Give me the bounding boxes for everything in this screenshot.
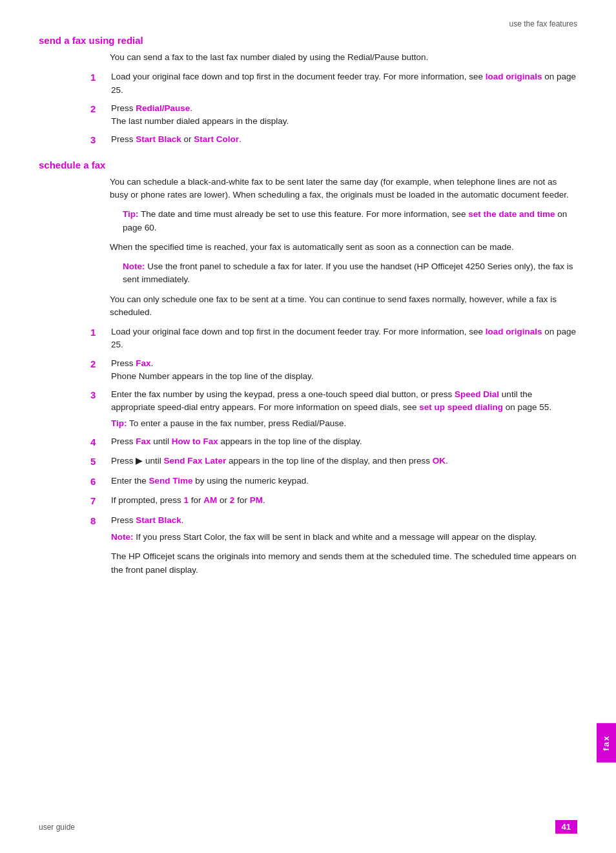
- section2-body2: You can only schedule one fax to be sent…: [110, 293, 577, 320]
- page-header: use the fax features: [39, 19, 577, 28]
- s2-step7-content: If prompted, press 1 for AM or 2 for PM.: [111, 494, 577, 509]
- step3-content: Press Start Black or Start Color.: [111, 133, 577, 148]
- section2-title: schedule a fax: [39, 159, 577, 170]
- section2-steps: 1 Load your original face down and top f…: [90, 325, 577, 577]
- section1-intro-text: You can send a fax to the last fax numbe…: [110, 52, 428, 62]
- s2-step5-content: Press ▶ until Send Fax Later appears in …: [111, 455, 577, 469]
- section2-note: Note: Use the front panel to schedule a …: [123, 260, 577, 287]
- section2-step6: 6 Enter the Send Time by using the numer…: [90, 475, 577, 489]
- section2-intro: You can schedule a black-and-white fax t…: [110, 176, 577, 202]
- s2-step8-content: Press Start Black. Note: If you press St…: [111, 514, 577, 577]
- step-number: 5: [90, 455, 111, 469]
- speed-dial-link[interactable]: Speed Dial: [455, 389, 499, 399]
- start-black-link[interactable]: Start Black: [136, 134, 181, 144]
- pm-link[interactable]: PM: [250, 495, 263, 505]
- note-label: Note:: [123, 262, 145, 271]
- step-number: 4: [90, 435, 111, 450]
- set-up-speed-dialing-link[interactable]: set up speed dialing: [419, 402, 503, 412]
- section2-step8: 8 Press Start Black. Note: If you press …: [90, 514, 577, 577]
- step-number: 2: [90, 102, 111, 128]
- send-time-link[interactable]: Send Time: [149, 476, 193, 486]
- load-originals-link2[interactable]: load originals: [486, 327, 542, 336]
- note-label2: Note:: [111, 532, 134, 542]
- section2-tip: Tip: The date and time must already be s…: [123, 208, 577, 234]
- s2-step2-content: Press Fax. Phone Number appears in the t…: [111, 357, 577, 384]
- step-number: 6: [90, 475, 111, 489]
- set-date-time-link[interactable]: set the date and time: [468, 209, 555, 219]
- step-number: 8: [90, 514, 111, 577]
- note-text: Use the front panel to schedule a fax fo…: [123, 262, 573, 284]
- fax-link[interactable]: Fax: [136, 358, 150, 368]
- fax-link2[interactable]: Fax: [136, 437, 150, 446]
- section-schedule-fax: schedule a fax You can schedule a black-…: [39, 159, 577, 577]
- header-text: use the fax features: [509, 19, 577, 28]
- step8-note: Note: If you press Start Color, the fax …: [111, 531, 577, 544]
- tip-text: The date and time must already be set to…: [141, 209, 468, 219]
- step1-content: Load your original face down and top fir…: [111, 70, 577, 97]
- send-fax-later-link[interactable]: Send Fax Later: [164, 456, 227, 466]
- page-number: 41: [555, 820, 577, 834]
- section2-step7: 7 If prompted, press 1 for AM or 2 for P…: [90, 494, 577, 509]
- section1-title: send a fax using redial: [39, 35, 577, 46]
- step2-content: Press Redial/Pause. The last number dial…: [111, 102, 577, 128]
- section1-step3: 3 Press Start Black or Start Color.: [90, 133, 577, 148]
- section2-step2: 2 Press Fax. Phone Number appears in the…: [90, 357, 577, 384]
- section2-step3: 3 Enter the fax number by using the keyp…: [90, 388, 577, 430]
- am-link[interactable]: AM: [203, 495, 217, 505]
- s2-step6-content: Enter the Send Time by using the numeric…: [111, 475, 577, 489]
- step-number: 7: [90, 494, 111, 509]
- section2-step5: 5 Press ▶ until Send Fax Later appears i…: [90, 455, 577, 469]
- s2-step4-content: Press Fax until How to Fax appears in th…: [111, 435, 577, 450]
- fax-tab: fax: [597, 723, 616, 763]
- section2-body1: When the specified time is reached, your…: [110, 241, 577, 254]
- num2-link[interactable]: 2: [230, 495, 235, 505]
- start-color-link[interactable]: Start Color: [194, 134, 239, 144]
- fax-tab-label: fax: [601, 735, 611, 751]
- section2-step1: 1 Load your original face down and top f…: [90, 325, 577, 352]
- section-send-fax-redial: send a fax using redial You can send a f…: [39, 35, 577, 148]
- step-number: 1: [90, 70, 111, 97]
- step8-note-text: If you press Start Color, the fax will b…: [136, 532, 537, 542]
- tip-text2: To enter a pause in the fax number, pres…: [129, 418, 346, 428]
- step-number: 3: [90, 133, 111, 148]
- step-number: 3: [90, 388, 111, 430]
- load-originals-link[interactable]: load originals: [486, 72, 542, 81]
- s2-step3-content: Enter the fax number by using the keypad…: [111, 388, 577, 430]
- section2-step4: 4 Press Fax until How to Fax appears in …: [90, 435, 577, 450]
- section1-step1: 1 Load your original face down and top f…: [90, 70, 577, 97]
- section1-intro: You can send a fax to the last fax numbe…: [110, 51, 577, 64]
- start-black-link2[interactable]: Start Black: [136, 515, 181, 525]
- tip-label: Tip:: [123, 209, 139, 219]
- s2-step1-content: Load your original face down and top fir…: [111, 325, 577, 352]
- section1-steps: 1 Load your original face down and top f…: [90, 70, 577, 148]
- footer-left: user guide: [39, 823, 75, 832]
- step-number: 2: [90, 357, 111, 384]
- page-footer: user guide 41: [39, 820, 577, 834]
- how-to-fax-link[interactable]: How to Fax: [172, 437, 218, 446]
- step8-footer-text: The HP Officejet scans the originals int…: [111, 550, 577, 577]
- section1-step2: 2 Press Redial/Pause. The last number di…: [90, 102, 577, 128]
- redial-pause-link[interactable]: Redial/Pause: [136, 103, 190, 113]
- tip-label2: Tip:: [111, 418, 127, 428]
- step-number: 1: [90, 325, 111, 352]
- num1-link[interactable]: 1: [184, 495, 189, 505]
- ok-link[interactable]: OK: [433, 456, 446, 466]
